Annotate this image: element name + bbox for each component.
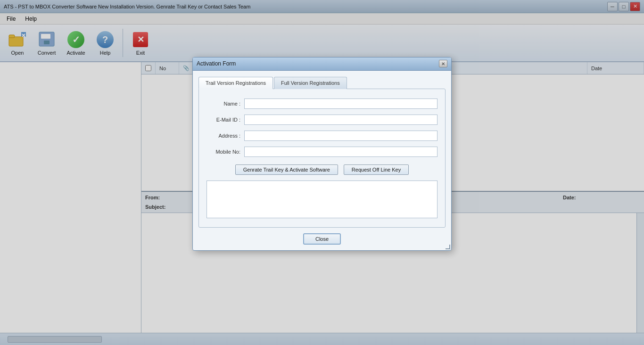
email-input[interactable] [244,115,438,125]
name-label: Name : [206,101,244,107]
name-input[interactable] [244,99,438,109]
mobile-row: Mobile No: [206,147,438,157]
mobile-input[interactable] [244,147,438,157]
dialog-body: Trail Version Registrations Full Version… [193,71,451,250]
request-offline-key-button[interactable]: Request Off Line Key [344,164,409,175]
activation-dialog: Activation Form ✕ Trail Version Registra… [192,57,452,251]
tab-bar: Trail Version Registrations Full Version… [198,76,446,89]
generate-trail-key-button[interactable]: Genrate Trail Key & Activate Software [235,164,338,175]
tab-trail[interactable]: Trail Version Registrations [198,77,273,89]
output-textarea[interactable] [206,181,438,218]
dialog-titlebar: Activation Form ✕ [193,58,451,71]
dialog-overlay: Activation Form ✕ Trail Version Registra… [0,0,644,345]
address-input[interactable] [244,131,438,141]
dialog-close-icon[interactable]: ✕ [439,60,447,67]
form-buttons: Genrate Trail Key & Activate Software Re… [206,164,438,175]
tab-full[interactable]: Full Version Registrations [274,77,347,89]
mobile-label: Mobile No: [206,149,244,155]
close-dialog-button[interactable]: Close [303,233,341,245]
resize-handle[interactable] [445,244,451,250]
form-panel: Name : E-Mail ID : Address : Mobile No: [198,89,446,228]
name-row: Name : [206,99,438,109]
address-row: Address : [206,131,438,141]
address-label: Address : [206,133,244,139]
close-btn-row: Close [198,233,446,245]
email-row: E-Mail ID : [206,115,438,125]
dialog-title: Activation Form [197,60,236,67]
email-label: E-Mail ID : [206,117,244,123]
